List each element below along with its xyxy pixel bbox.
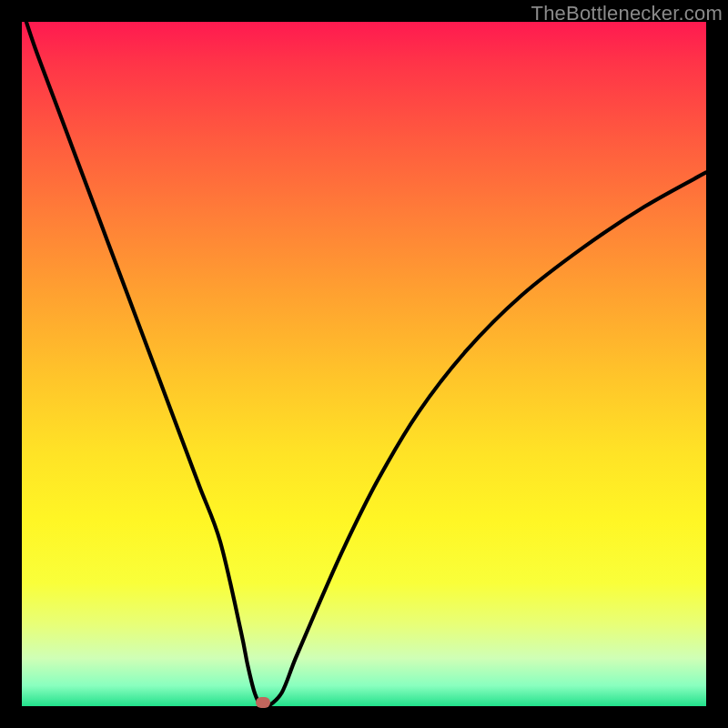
watermark-text: TheBottlenecker.com [531,2,723,25]
optimal-point-marker [256,697,270,708]
chart-frame: TheBottlenecker.com [0,0,728,728]
bottleneck-curve [22,22,706,706]
chart-plot-area [22,22,706,706]
